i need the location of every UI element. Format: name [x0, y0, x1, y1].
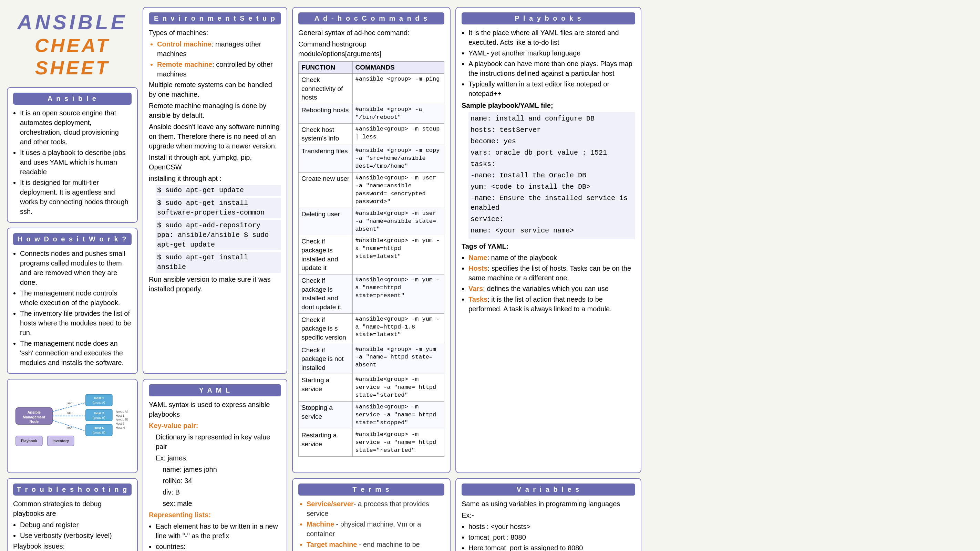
svg-text:(group B): (group B): [93, 416, 105, 419]
svg-text:Host 2: Host 2: [116, 422, 124, 425]
svg-text:(group B): (group B): [93, 431, 105, 434]
playbooks-section: P l a y b o o k s It is the place where …: [455, 7, 641, 473]
ansible-point-1: It is an open source engine that automat…: [20, 108, 132, 147]
table-row: Starting a service#ansible<group> -m ser…: [299, 374, 444, 402]
var-ex-3: Here tomcat_port is assigned to 8080: [468, 543, 635, 551]
how-section-title: H o w D o e s i t W o r k ?: [13, 233, 132, 245]
variables-title: V a r i a b l e s: [461, 483, 635, 495]
kv-item-4: sex: male: [162, 499, 281, 508]
yaml-intro: YAML syntax is used to express ansible p…: [149, 400, 281, 419]
adhoc-command-cell: #ansible<group> -m yum -a "name=httpd st…: [352, 235, 444, 275]
svg-text:[group B]: [group B]: [116, 418, 128, 421]
svg-text:ssh: ssh: [67, 401, 73, 405]
pb-code-line: hosts: testServer: [471, 125, 633, 135]
svg-text:ssh: ssh: [67, 411, 73, 414]
how-point-3: The inventory file provides the list of …: [20, 308, 132, 338]
pb-point-2: YAML- yet another markup language: [468, 48, 635, 58]
kv-item-3: div: B: [162, 487, 281, 497]
apt-cmd-3: $ sudo apt-add-repository ppa: ansible/a…: [156, 220, 281, 250]
how-points: Connects nodes and pushes small programs…: [13, 249, 132, 367]
pb-tag-item: Tasks: it is the list of action that nee…: [468, 294, 635, 314]
yaml-title: Y A M L: [149, 384, 281, 396]
pb-code-block: name: install and configure DBhosts: tes…: [468, 112, 635, 239]
pb-code-line: become: yes: [471, 137, 633, 146]
adhoc-table: FUNCTION COMMANDS Check connectivity of …: [298, 61, 444, 457]
svg-text:Host 1: Host 1: [94, 396, 104, 400]
adhoc-function-cell: Check if package is s specific version: [299, 313, 353, 344]
architecture-diagram: Ansible Management Node ssh ssh ssh Host…: [13, 384, 132, 451]
apt-cmd-2: $ sudo apt-get install software-properti…: [156, 198, 281, 218]
term-item: Service/server- a process that provides …: [307, 499, 444, 518]
env-point-1: Multiple remote systems can be handled b…: [149, 80, 281, 99]
svg-text:Playbook: Playbook: [21, 439, 37, 443]
adhoc-function-cell: Create new user: [299, 172, 353, 208]
table-row: Check connectivity of hosts#ansible <gro…: [299, 74, 444, 104]
adhoc-function-cell: Transfering files: [299, 145, 353, 173]
pb-tag-item: Hosts: specifies the list of hosts. Task…: [468, 264, 635, 283]
table-row: Check if package is s specific version#a…: [299, 313, 444, 344]
trouble-debug: Debug and register Use verbosity (verbos…: [13, 520, 132, 540]
col-function: FUNCTION: [299, 62, 353, 74]
adhoc-function-cell: Deleting user: [299, 208, 353, 235]
pb-code-line: yum: <code to install the DB>: [471, 182, 633, 192]
yaml-kv-orange: Key-value pair:: [149, 422, 198, 429]
adhoc-function-cell: Check connectivity of hosts: [299, 74, 353, 104]
table-row: Restarting a service#ansible<group> -m s…: [299, 429, 444, 457]
svg-text:[group A]: [group A]: [116, 410, 128, 413]
env-final: Run ansible version to make sure it was …: [149, 275, 281, 294]
adhoc-function-cell: Restarting a service: [299, 429, 353, 457]
table-row: Deleting user#ansible<group> -m user -a …: [299, 208, 444, 235]
env-machine-list: Control machine: manages other machines …: [149, 39, 281, 79]
how-section: H o w D o e s i t W o r k ? Connects nod…: [7, 228, 138, 374]
pb-point-3: A playbook can have more than one plays.…: [468, 59, 635, 78]
svg-text:Management: Management: [23, 415, 45, 419]
playbooks-points: It is the place where all YAML files are…: [461, 28, 635, 98]
control-label: Control machine: [157, 40, 212, 48]
var-ex-2: tomcat_port : 8080: [468, 532, 635, 542]
playbooks-title: P l a y b o o k s: [461, 13, 635, 24]
adhoc-command-cell: #ansible <group> -m yum -a "name= httpd …: [352, 344, 444, 374]
env-remote: Remote machine: controlled by other mach…: [157, 60, 281, 79]
env-point-2: Remote machine managing is done by ansib…: [149, 101, 281, 120]
adhoc-function-cell: Starting a service: [299, 374, 353, 402]
adhoc-command-cell: #ansible <group> -m ping: [352, 74, 444, 104]
adhoc-function-cell: Check if package is not installed: [299, 344, 353, 374]
terms-title: T e r m s: [298, 483, 444, 495]
term-item: Machine - physical machine, Vm or a cont…: [307, 519, 444, 538]
adhoc-command-cell: #ansible<group> -m yum -a "name=httpd st…: [352, 275, 444, 314]
trouble-playbook-label: Playbook issues:: [13, 541, 132, 551]
yaml-lists-desc-list: Each element has to be written in a new …: [149, 521, 281, 551]
yaml-kv-items: name: james john rollNo: 34 div: B sex: …: [162, 465, 281, 508]
env-point-5: installing it through apt :: [149, 173, 281, 183]
table-row: Rebooting hosts#ansible <group> -a "/bin…: [299, 104, 444, 123]
svg-text:Inventory: Inventory: [52, 439, 69, 443]
cheat-sheet-title: CHEAT SHEET: [7, 34, 138, 79]
adhoc-intro: General syntax of ad-hoc command:: [298, 28, 444, 38]
how-point-2: The management node controls whole execu…: [20, 288, 132, 308]
svg-text:Host N: Host N: [116, 426, 125, 429]
table-row: Check if package is not installed#ansibl…: [299, 344, 444, 374]
adhoc-function-cell: Stopping a service: [299, 402, 353, 429]
table-row: Check host system's info#ansible<group> …: [299, 123, 444, 144]
pb-code-line: vars: oracle_db_port_value : 1521: [471, 148, 633, 158]
adhoc-title: A d - h o c C o m m a n d s: [298, 13, 444, 24]
adhoc-command-cell: #ansible<group> -m user -a "name=ansible…: [352, 172, 444, 208]
pb-code-line: name: <your service name>: [471, 226, 633, 235]
ansible-section: A n s i b l e It is an open source engin…: [7, 87, 138, 223]
trouble-common: Common strategies to debug playbooks are: [13, 499, 132, 518]
trouble-section: T r o u b l e s h o o t i n g Common str…: [7, 478, 138, 551]
var-ex-1: hosts : <your hosts>: [468, 522, 635, 531]
yaml-rep-lists: Representing lists:: [149, 510, 281, 520]
yaml-lists-desc: Each element has to be written in a new …: [156, 521, 281, 541]
title-area: ANSIBLE CHEAT SHEET: [7, 7, 138, 82]
kv-item-2: rollNo: 34: [162, 476, 281, 486]
yaml-lists-orange: Representing lists:: [149, 511, 211, 519]
var-ex-list: hosts : <your hosts> tomcat_port : 8080 …: [461, 522, 635, 551]
how-point-1: Connects nodes and pushes small programs…: [20, 249, 132, 287]
adhoc-function-cell: Rebooting hosts: [299, 104, 353, 123]
pb-code-line: tasks:: [471, 159, 633, 169]
svg-text:Node: Node: [30, 419, 39, 424]
table-row: Stopping a service#ansible<group> -m ser…: [299, 402, 444, 429]
env-title: E n v i r o n m e n t S e t u p: [149, 13, 281, 24]
var-intro: Same as using variables in programming l…: [461, 499, 635, 509]
